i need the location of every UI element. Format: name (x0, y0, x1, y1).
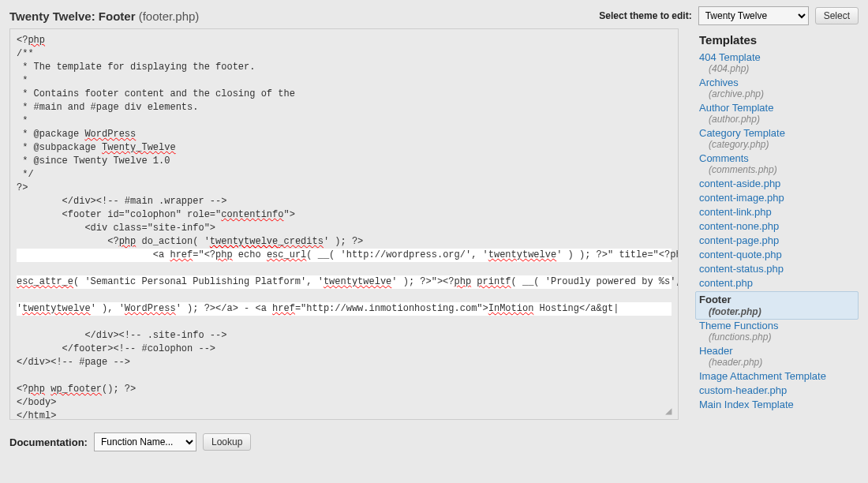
code-line: <?php do_action( 'twentytwelve_credits' … (17, 236, 363, 247)
template-link[interactable]: Category Template (699, 127, 785, 139)
code-line: <div class="site-info"> (17, 223, 215, 234)
templates-sidebar: Templates 404 Template(404.php)Archives(… (688, 28, 859, 420)
template-link[interactable]: Theme Functions (699, 320, 778, 331)
code-line: 'twentytwelve' ), 'WordPress' ); ?></a> … (17, 302, 672, 316)
code-line: * @package WordPress (17, 129, 136, 140)
code-line: ?> (17, 182, 28, 193)
template-item[interactable]: content-link.php (699, 206, 859, 218)
documentation-label: Documentation: (9, 436, 88, 448)
code-line: esc_attr_e( 'Semantic Personal Publishin… (17, 275, 672, 289)
template-item[interactable]: content-aside.php (699, 178, 859, 189)
template-filename: (header.php) (709, 357, 859, 368)
main-row: <?php /** * The template for displaying … (0, 28, 868, 420)
theme-name-text: Twenty Twelve: Footer (9, 9, 135, 23)
template-item[interactable]: Theme Functions(functions.php) (699, 320, 859, 343)
template-filename: (comments.php) (709, 164, 859, 175)
template-link[interactable]: Image Attachment Template (699, 370, 826, 382)
code-line: * (17, 75, 28, 86)
template-item[interactable]: content.php (699, 277, 859, 289)
template-item[interactable]: content-page.php (699, 234, 859, 246)
templates-list: 404 Template(404.php)Archives(archive.ph… (699, 51, 859, 410)
template-link[interactable]: Header (699, 345, 733, 357)
template-link[interactable]: Author Template (699, 102, 773, 114)
template-link[interactable]: content-quote.php (699, 249, 782, 260)
template-item[interactable]: Category Template(category.php) (699, 127, 859, 150)
code-line: * @subpackage Twenty_Twelve (17, 142, 176, 153)
theme-file-text: (footer.php) (139, 9, 200, 23)
code-line: * @since Twenty Twelve 1.0 (17, 155, 170, 167)
lookup-button[interactable]: Lookup (203, 433, 251, 451)
template-item[interactable]: content-none.php (699, 220, 859, 232)
template-link[interactable]: Main Index Template (699, 399, 794, 410)
code-line: </body> (17, 397, 56, 408)
template-item[interactable]: content-quote.php (699, 249, 859, 260)
template-item[interactable]: Comments(comments.php) (699, 152, 859, 175)
code-line: * #main and #page div elements. (17, 102, 198, 113)
resize-handle-icon[interactable]: ◢ (665, 406, 675, 416)
templates-heading: Templates (699, 33, 859, 47)
documentation-row: Documentation: Function Name... Lookup (0, 420, 868, 451)
template-item-selected[interactable]: Footer(footer.php) (695, 291, 859, 320)
template-item[interactable]: Image Attachment Template (699, 370, 859, 382)
template-filename: (functions.php) (709, 331, 859, 343)
code-line: </footer><!-- #colophon --> (17, 343, 215, 354)
template-filename: (archive.php) (709, 88, 859, 99)
code-line: </div><!-- #page --> (17, 357, 130, 368)
code-line: * The template for displaying the footer… (17, 62, 255, 73)
code-line: <a href="<?php echo esc_url( __( 'http:/… (17, 249, 672, 262)
template-item[interactable]: custom-header.php (699, 384, 859, 396)
template-link[interactable]: content-status.php (699, 263, 784, 275)
template-link[interactable]: content-page.php (699, 234, 779, 246)
template-item[interactable]: Archives(archive.php) (699, 77, 859, 99)
template-item[interactable]: 404 Template(404.php) (699, 51, 859, 74)
template-link[interactable]: Comments (699, 152, 749, 164)
code-line: /** (17, 48, 34, 59)
code-line: </div><!-- #main .wrapper --> (17, 196, 226, 207)
code-line: * (17, 115, 28, 126)
template-item[interactable]: content-image.php (699, 192, 859, 204)
app-root: Twenty Twelve: Footer (footer.php) Selec… (0, 0, 868, 483)
template-filename: (footer.php) (709, 306, 761, 317)
theme-select-dropdown[interactable]: Twenty Twelve (698, 6, 809, 25)
template-link[interactable]: 404 Template (699, 51, 761, 63)
code-line: * Contains footer content and the closin… (17, 88, 295, 99)
template-filename: (author.php) (709, 114, 859, 125)
theme-title: Twenty Twelve: Footer (footer.php) (9, 9, 199, 23)
template-filename: (404.php) (709, 63, 859, 74)
template-link[interactable]: content-aside.php (699, 178, 780, 189)
template-link[interactable]: content-none.php (699, 220, 779, 232)
code-line: <?php wp_footer(); ?> (17, 384, 136, 395)
template-item[interactable]: Main Index Template (699, 399, 859, 410)
editor-column: <?php /** * The template for displaying … (9, 28, 688, 420)
code-line: <?php (17, 35, 45, 46)
code-editor[interactable]: <?php /** * The template for displaying … (9, 28, 679, 420)
template-link[interactable]: Archives (699, 77, 739, 88)
template-link[interactable]: content.php (699, 277, 753, 289)
code-line: */ (17, 169, 34, 180)
select-theme-label: Select theme to edit: (599, 10, 691, 21)
code-line: <footer id="colophon" role="contentinfo"… (17, 209, 295, 220)
template-link[interactable]: content-link.php (699, 206, 772, 218)
code-line: </div><!-- .site-info --> (17, 330, 226, 341)
template-link: Footer (699, 294, 855, 305)
template-item[interactable]: Header(header.php) (699, 345, 859, 368)
header-row: Twenty Twelve: Footer (footer.php) Selec… (0, 0, 868, 28)
template-filename: (category.php) (709, 139, 859, 150)
template-link[interactable]: content-image.php (699, 192, 784, 204)
template-link[interactable]: custom-header.php (699, 384, 787, 396)
select-button[interactable]: Select (815, 7, 859, 24)
template-item[interactable]: content-status.php (699, 263, 859, 275)
documentation-select[interactable]: Function Name... (94, 432, 196, 451)
template-item[interactable]: Author Template(author.php) (699, 102, 859, 125)
code-line: </html> (17, 410, 56, 420)
